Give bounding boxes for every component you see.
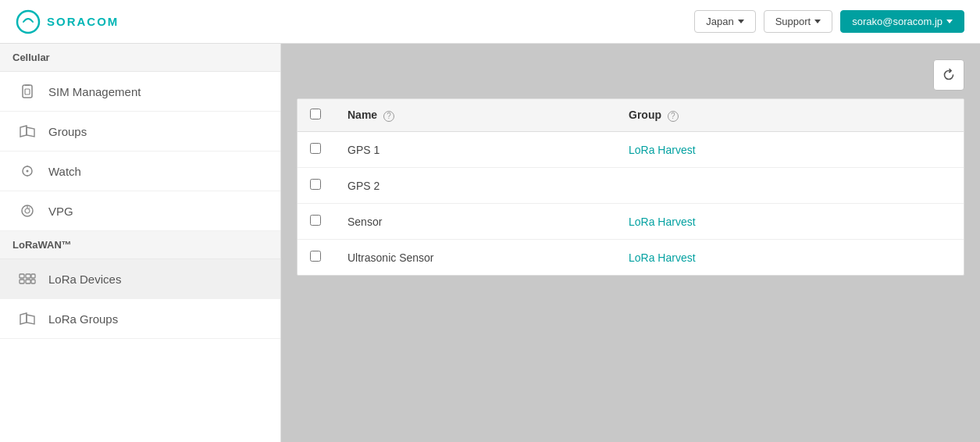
table-row: SensorLoRa Harvest <box>298 204 964 240</box>
row-group-link[interactable]: LoRa Harvest <box>629 251 696 264</box>
svg-rect-16 <box>31 280 35 283</box>
table-header-row: Name ? Group ? <box>298 99 964 132</box>
row-name-cell: Sensor <box>335 204 616 240</box>
header: SORACOM Japan Support sorako@soracom.jp <box>0 0 980 44</box>
sidebar-item-vpg-label: VPG <box>48 205 73 218</box>
region-label: Japan <box>706 16 733 27</box>
sidebar: Cellular SIM Management Groups <box>0 44 281 442</box>
row-checkbox-cell <box>298 132 335 168</box>
region-button[interactable]: Japan <box>694 10 755 33</box>
refresh-icon <box>942 68 956 82</box>
col-group-label: Group <box>629 109 661 121</box>
table-row: GPS 1LoRa Harvest <box>298 132 964 168</box>
svg-point-8 <box>25 209 30 213</box>
row-name-cell: Ultrasonic Sensor <box>335 240 616 276</box>
col-header-checkbox <box>298 99 335 132</box>
sidebar-section-lorawan: LoRaWAN™ <box>0 231 280 259</box>
row-group-cell: LoRa Harvest <box>616 132 964 168</box>
row-group-cell: LoRa Harvest <box>616 240 964 276</box>
svg-rect-12 <box>26 274 30 278</box>
lora-groups-icon <box>19 310 36 327</box>
row-group-cell: LoRa Harvest <box>616 204 964 240</box>
col-group-help-icon[interactable]: ? <box>668 111 679 122</box>
devices-table-container: Name ? Group ? GPS 1LoRa HarvestGPS 2Sen… <box>297 98 964 276</box>
svg-rect-1 <box>23 85 32 98</box>
row-checkbox[interactable] <box>310 215 321 226</box>
select-all-checkbox[interactable] <box>310 109 321 119</box>
row-name-cell: GPS 1 <box>335 132 616 168</box>
watch-icon <box>19 162 36 180</box>
svg-rect-11 <box>20 274 24 278</box>
sidebar-item-watch-label: Watch <box>48 165 81 178</box>
svg-point-0 <box>17 11 39 33</box>
table-row: Ultrasonic SensorLoRa Harvest <box>298 240 964 276</box>
row-group-cell <box>616 168 964 204</box>
header-right: Japan Support sorako@soracom.jp <box>694 10 964 33</box>
sidebar-item-watch[interactable]: Watch <box>0 151 280 191</box>
row-checkbox[interactable] <box>310 179 321 190</box>
col-header-name: Name ? <box>335 99 616 132</box>
row-checkbox-cell <box>298 240 335 276</box>
sidebar-item-sim-management[interactable]: SIM Management <box>0 72 280 112</box>
refresh-button[interactable] <box>933 59 964 91</box>
col-header-group: Group ? <box>616 99 964 132</box>
row-group-link[interactable]: LoRa Harvest <box>629 144 696 156</box>
soracom-logo-icon <box>16 9 41 34</box>
support-button[interactable]: Support <box>764 10 833 33</box>
row-group-link[interactable]: LoRa Harvest <box>629 216 696 228</box>
col-name-label: Name <box>347 109 377 121</box>
support-chevron-icon <box>814 20 821 23</box>
user-label: sorako@soracom.jp <box>852 16 943 27</box>
sim-icon <box>19 83 36 100</box>
main-toolbar <box>297 59 964 91</box>
logo-text: SORACOM <box>47 15 119 28</box>
sidebar-section-cellular: Cellular <box>0 44 280 72</box>
row-name-cell: GPS 2 <box>335 168 616 204</box>
svg-point-4 <box>27 170 29 173</box>
svg-rect-13 <box>20 280 24 283</box>
svg-rect-2 <box>25 89 30 94</box>
body: Cellular SIM Management Groups <box>0 44 980 442</box>
groups-icon <box>19 123 36 140</box>
sidebar-item-lora-devices[interactable]: LoRa Devices <box>0 259 280 299</box>
svg-rect-14 <box>26 280 30 283</box>
devices-table: Name ? Group ? GPS 1LoRa HarvestGPS 2Sen… <box>298 99 964 275</box>
region-chevron-icon <box>738 20 744 23</box>
logo-area: SORACOM <box>16 9 119 34</box>
vpg-icon <box>19 202 36 219</box>
main-content: Name ? Group ? GPS 1LoRa HarvestGPS 2Sen… <box>281 44 980 442</box>
sidebar-item-lora-devices-label: LoRa Devices <box>48 273 121 286</box>
sidebar-item-lora-groups[interactable]: LoRa Groups <box>0 299 280 339</box>
sidebar-item-groups[interactable]: Groups <box>0 112 280 151</box>
support-label: Support <box>775 16 811 27</box>
sidebar-item-vpg[interactable]: VPG <box>0 191 280 231</box>
user-chevron-icon <box>946 20 953 23</box>
sidebar-item-sim-management-label: SIM Management <box>48 85 141 98</box>
table-row: GPS 2 <box>298 168 964 204</box>
sidebar-item-groups-label: Groups <box>48 125 87 138</box>
row-checkbox-cell <box>298 168 335 204</box>
user-button[interactable]: sorako@soracom.jp <box>840 10 964 33</box>
svg-rect-15 <box>31 274 35 278</box>
sidebar-item-lora-groups-label: LoRa Groups <box>48 312 118 326</box>
lora-devices-icon <box>19 270 36 287</box>
row-checkbox-cell <box>298 204 335 240</box>
row-checkbox[interactable] <box>310 251 321 262</box>
col-name-help-icon[interactable]: ? <box>383 111 394 122</box>
row-checkbox[interactable] <box>310 143 321 154</box>
